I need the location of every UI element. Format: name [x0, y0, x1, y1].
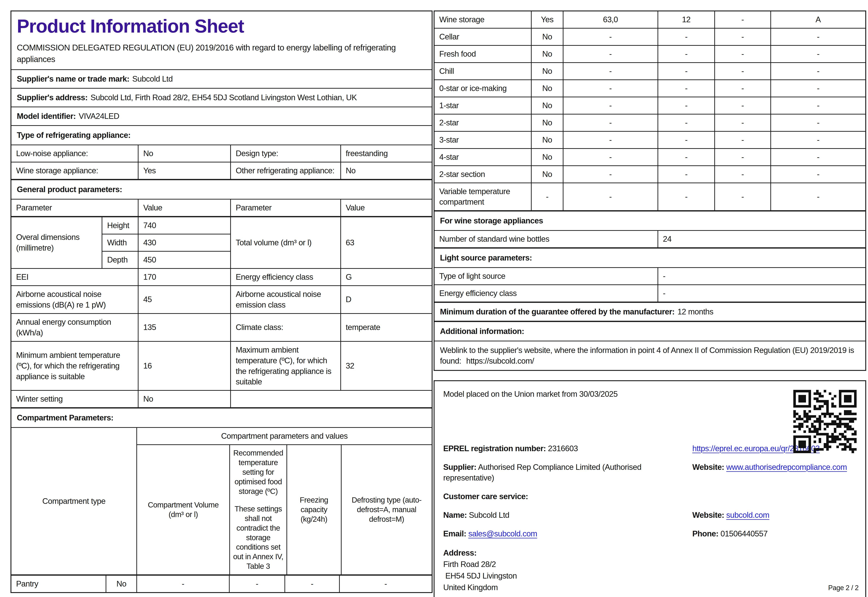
supplier-name-row: Supplier's name or trade mark:Subcold Lt…: [11, 69, 432, 88]
noise-value: 45: [138, 286, 230, 313]
compartment-header: Compartment type Compartment parameters …: [11, 427, 432, 575]
compartment-defrost: -: [770, 183, 865, 210]
light-source-type-value: -: [658, 268, 865, 284]
compartment-name: Cellar: [434, 28, 531, 45]
other-appliance-label: Other refrigerating appliance:: [230, 162, 340, 179]
dimensions-row: Overal dimensions (millimetre) Height 74…: [11, 216, 432, 268]
supplier-address-row: Supplier's address:Subcold Ltd, Firth Ro…: [11, 88, 432, 107]
care-phone-label: Phone:: [692, 529, 718, 538]
compartment-defrost: -: [770, 132, 865, 148]
compartment-present: No: [531, 46, 563, 62]
compartment-temp: -: [658, 183, 714, 210]
compartment-freezing: -: [714, 114, 770, 131]
low-noise-row: Low-noise appliance: No Design type: fre…: [11, 144, 432, 162]
compartment-name: Chill: [434, 63, 531, 79]
light-source-type-label: Type of light source: [434, 268, 658, 284]
compartment-volume: -: [563, 183, 658, 210]
compartment-freezing: -: [714, 46, 770, 62]
supplier-website-cell: Website: www.authorisedrepcompliance.com: [692, 462, 857, 483]
compartment-volume: 63,0: [563, 11, 658, 28]
noise-class-value: D: [340, 286, 432, 313]
param-header-row: Parameter Value Parameter Value: [11, 199, 432, 216]
compartment-present: No: [531, 114, 563, 131]
compartment-present: Yes: [531, 11, 563, 28]
compartment-defrost: -: [770, 149, 865, 165]
compartment-freezing: -: [714, 166, 770, 183]
compartment-defrost: -: [339, 576, 432, 592]
compartment-row-0-star: 0-star or ice-making No - - - -: [434, 79, 865, 97]
compartment-row-2-star: 2-star No - - - -: [434, 114, 865, 131]
compartment-defrost: -: [770, 28, 865, 45]
design-type-value: freestanding: [340, 145, 432, 162]
compartment-volume: -: [563, 97, 658, 114]
width-value: 430: [138, 234, 230, 251]
other-appliance-value: No: [340, 162, 432, 179]
guarantee-row: Minimum duration of the guarantee offere…: [434, 301, 865, 321]
compartment-present: No: [531, 63, 563, 79]
compartment-name: 3-star: [434, 132, 531, 148]
customer-care-spacer: [692, 491, 857, 502]
compartment-name: Variable temperature compartment: [434, 183, 531, 210]
param-header-1: Parameter: [11, 199, 138, 216]
care-website-cell: Website: subcold.com: [692, 510, 857, 520]
care-name-label: Name:: [443, 511, 467, 520]
compartment-freezing: -: [714, 149, 770, 165]
page2-table: Wine storage Yes 63,0 12 - A Cellar No -…: [434, 10, 866, 371]
compartment-name: 2-star section: [434, 166, 531, 183]
compartment-freezing: -: [714, 132, 770, 148]
light-source-heading: Light source parameters:: [434, 247, 865, 267]
compartment-subheader: Compartment Volume (dm³ or l) Recommende…: [137, 445, 432, 575]
design-type-label: Design type:: [230, 145, 340, 162]
care-name-cell: Name: Subcold Ltd: [443, 510, 690, 520]
compartment-defrost: -: [770, 166, 865, 183]
care-website-label: Website:: [692, 511, 724, 520]
address-label: Address:: [443, 547, 690, 558]
compartment-row-wine-storage: Wine storage Yes 63,0 12 - A: [434, 11, 865, 28]
compartment-present: No: [531, 132, 563, 148]
document-canvas: Product Information Sheet COMMISSION DEL…: [0, 0, 868, 597]
page-1: Product Information Sheet COMMISSION DEL…: [10, 10, 433, 597]
compartment-row-3-star: 3-star No - - - -: [434, 131, 865, 148]
ambient-temperature-row: Minimum ambient temperature (ºC), for wh…: [11, 341, 432, 390]
eei-label: EEI: [11, 269, 138, 285]
width-label: Width: [102, 234, 138, 251]
compartment-temp: -: [658, 80, 714, 97]
supplier-website-link[interactable]: www.authorisedrepcompliance.com: [726, 463, 847, 471]
compartment-present: No: [106, 576, 136, 592]
param-header-2: Parameter: [230, 199, 340, 216]
compartment-defrost: A: [770, 11, 865, 28]
compartment-params-header: Compartment parameters and values Compar…: [136, 428, 432, 575]
depth-value: 450: [138, 251, 230, 268]
care-website-link[interactable]: subcold.com: [726, 511, 769, 520]
supplier-website-label: Website:: [692, 463, 724, 471]
supplier-name-label: Supplier's name or trade mark:: [17, 74, 129, 83]
model-identifier-row: Model identifier:VIVA24LED: [11, 107, 432, 125]
compartment-temp: -: [658, 46, 714, 62]
compartment-name: Fresh food: [434, 46, 531, 62]
care-phone-cell: Phone: 01506440557: [692, 529, 857, 539]
value-header-1: Value: [138, 199, 230, 216]
noise-row: Airborne acoustical noise emissions (dB(…: [11, 285, 432, 313]
guarantee-value: 12 months: [677, 307, 713, 316]
compartment-temp: -: [229, 576, 284, 592]
winter-setting-label: Winter setting: [11, 391, 138, 407]
compartment-heading: Compartment Parameters:: [11, 407, 432, 427]
light-efficiency-value: -: [658, 285, 865, 301]
compartment-row-cellar: Cellar No - - - -: [434, 28, 865, 45]
max-ambient-value: 32: [340, 342, 432, 390]
care-email-link[interactable]: sales@subcold.com: [468, 529, 537, 538]
compartment-freezing: -: [714, 183, 770, 210]
care-email-cell: Email: sales@subcold.com: [443, 529, 690, 539]
height-value: 740: [138, 217, 230, 234]
light-efficiency-row: Energy efficiency class -: [434, 284, 865, 301]
compartment-present: -: [531, 183, 563, 210]
registration-details: EPREL registration number: 2316603 https…: [443, 443, 857, 593]
wine-bottles-row: Number of standard wine bottles 24: [434, 230, 865, 247]
additional-info-heading: Additional information:: [434, 321, 865, 341]
compartment-temp: -: [658, 97, 714, 114]
wine-bottles-value: 24: [658, 231, 865, 247]
weblink-url[interactable]: https://subcold.com/: [466, 356, 534, 365]
col-volume-header: Compartment Volume (dm³ or l): [137, 445, 229, 575]
col-temperature-note: These settings shall not contradict the …: [233, 504, 283, 571]
compartment-group-header: Compartment parameters and values: [137, 428, 432, 445]
